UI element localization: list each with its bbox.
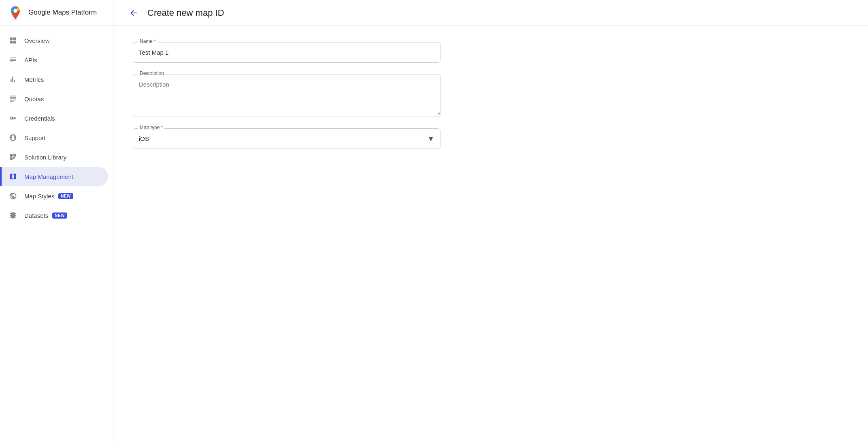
sidebar-item-overview[interactable]: Overview bbox=[0, 31, 108, 50]
sidebar-item-apis[interactable]: APIs bbox=[0, 50, 108, 70]
name-label: Name bbox=[138, 38, 157, 44]
map-type-field-group: Map type * JavaScript Android iOS ▼ bbox=[133, 128, 440, 149]
sidebar-item-credentials-label: Credentials bbox=[24, 115, 55, 122]
sidebar-item-map-management[interactable]: Map Management bbox=[0, 167, 108, 186]
sidebar-item-metrics[interactable]: Metrics bbox=[0, 70, 108, 89]
map-type-wrapper: Map type * JavaScript Android iOS ▼ bbox=[133, 128, 440, 149]
map-type-label: Map type * bbox=[138, 125, 164, 130]
datasets-badge: NEW bbox=[52, 212, 67, 219]
svg-rect-4 bbox=[10, 98, 16, 99]
sidebar-nav: Overview APIs Metrics Quotas bbox=[0, 26, 113, 230]
sidebar-item-credentials[interactable]: Credentials bbox=[0, 108, 108, 128]
solution-library-icon bbox=[8, 152, 18, 162]
sidebar-header: Google Maps Platform bbox=[0, 0, 113, 26]
description-field-group: Description bbox=[133, 74, 440, 117]
description-field-wrapper: Description bbox=[133, 74, 440, 117]
svg-rect-3 bbox=[10, 97, 16, 98]
sidebar-item-solution-library-label: Solution Library bbox=[24, 154, 66, 161]
sidebar-item-datasets-label: Datasets bbox=[24, 212, 48, 219]
google-maps-logo bbox=[8, 6, 23, 20]
sidebar-item-overview-label: Overview bbox=[24, 37, 50, 44]
support-icon bbox=[8, 133, 18, 142]
apis-icon bbox=[8, 55, 18, 65]
sidebar-item-support[interactable]: Support bbox=[0, 128, 108, 147]
sidebar-title: Google Maps Platform bbox=[28, 8, 97, 17]
datasets-icon bbox=[8, 210, 18, 220]
description-label: Description bbox=[138, 70, 166, 76]
sidebar-item-quotas-label: Quotas bbox=[24, 96, 44, 102]
sidebar-item-apis-label: APIs bbox=[24, 57, 37, 64]
page-title: Create new map ID bbox=[147, 8, 224, 18]
quotas-icon bbox=[8, 94, 18, 104]
map-management-icon bbox=[8, 172, 18, 181]
name-field-group: Name bbox=[133, 42, 440, 63]
back-button[interactable] bbox=[126, 6, 141, 20]
svg-rect-5 bbox=[10, 100, 16, 101]
sidebar-item-solution-library[interactable]: Solution Library bbox=[0, 147, 108, 167]
main-body: Name Description Map type * JavaScript A… bbox=[113, 26, 868, 442]
sidebar-item-datasets[interactable]: Datasets NEW bbox=[0, 206, 108, 225]
sidebar-item-map-styles[interactable]: Map Styles NEW bbox=[0, 186, 108, 206]
name-field-wrapper: Name bbox=[133, 42, 440, 63]
metrics-icon bbox=[8, 74, 18, 84]
map-styles-icon bbox=[8, 191, 18, 201]
sidebar-item-map-styles-label: Map Styles bbox=[24, 193, 54, 200]
overview-icon bbox=[8, 36, 18, 45]
description-textarea[interactable] bbox=[133, 74, 440, 115]
credentials-icon bbox=[8, 113, 18, 123]
map-styles-badge: NEW bbox=[58, 193, 73, 199]
main-content: Create new map ID Name Description Map t… bbox=[113, 0, 868, 442]
sidebar-item-metrics-label: Metrics bbox=[24, 76, 44, 83]
svg-point-1 bbox=[13, 8, 17, 13]
sidebar-item-map-management-label: Map Management bbox=[24, 173, 73, 180]
sidebar-item-quotas[interactable]: Quotas bbox=[0, 89, 108, 108]
svg-rect-2 bbox=[10, 96, 16, 97]
name-input[interactable] bbox=[133, 42, 440, 62]
sidebar: Google Maps Platform Overview APIs Metri… bbox=[0, 0, 113, 442]
sidebar-item-support-label: Support bbox=[24, 134, 46, 141]
main-header: Create new map ID bbox=[113, 0, 868, 26]
map-type-select[interactable]: JavaScript Android iOS bbox=[133, 129, 440, 149]
svg-rect-6 bbox=[10, 101, 13, 102]
